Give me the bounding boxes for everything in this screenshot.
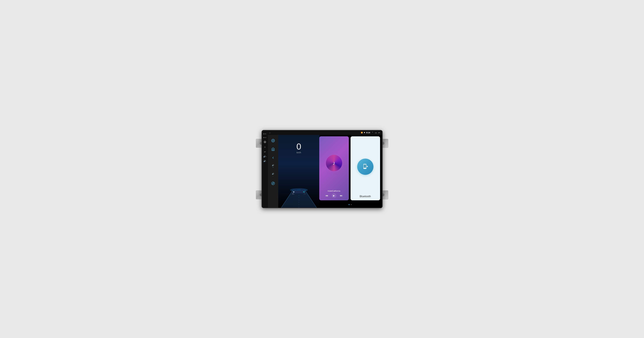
album-art: ♪ <box>319 136 349 190</box>
expand-icon[interactable]: ⌃ <box>372 132 374 134</box>
dot-1[interactable] <box>349 204 350 205</box>
home-icon <box>271 147 275 151</box>
svg-rect-14 <box>303 192 305 192</box>
speed-unit: km/h <box>278 151 320 154</box>
sidebar-home-icon[interactable] <box>270 146 276 152</box>
dot-2[interactable] <box>351 204 352 205</box>
sidebar-back-icon[interactable] <box>270 155 276 161</box>
screen: ⌂ 📶 ✱ 8:14 ⌃ ▭ ↩ <box>268 131 382 208</box>
speed-display: 0 km/h <box>278 142 320 154</box>
sidebar-volume-up-icon[interactable]: 🔊 + <box>270 164 276 169</box>
wifi-icon: 📶 <box>361 132 363 133</box>
sidebar-navigation-icon[interactable] <box>270 180 276 186</box>
sidebar-volume-down-icon[interactable]: 🔊 - <box>270 172 276 178</box>
music-disc: ♪ <box>326 155 342 171</box>
svg-point-10 <box>293 191 294 192</box>
music-card[interactable]: ♪ HotelCalifornia ⏮ ▶ ⏭ <box>319 136 349 200</box>
sidebar: 🔊 + 🔊 - <box>268 135 278 208</box>
music-controls: ⏮ ▶ ⏭ <box>325 193 343 198</box>
back-physical-button[interactable]: ↩ <box>264 151 266 153</box>
physical-buttons-strip: MIC RST ⏻ ⌂ ↩ 🔊+ 🔊- <box>262 131 268 208</box>
power-button[interactable]: ⏻ <box>264 141 266 143</box>
home-screen-icon[interactable]: ⌂ <box>270 132 270 134</box>
play-button[interactable]: ▶ <box>332 193 336 198</box>
bluetooth-card[interactable]: ★ B Bluetooth <box>350 136 380 200</box>
back-arrow-icon <box>271 156 275 160</box>
svg-rect-17 <box>364 168 365 168</box>
svg-point-0 <box>273 140 274 141</box>
bluetooth-label: Bluetooth <box>360 195 371 198</box>
rst-label: RST <box>263 137 266 138</box>
back-nav-icon[interactable]: ↩ <box>378 132 380 134</box>
svg-marker-2 <box>272 183 274 184</box>
sidebar-settings-icon[interactable] <box>270 138 276 144</box>
bluetooth-icon-area: ★ B <box>357 139 374 195</box>
music-title: HotelCalifornia <box>328 190 340 192</box>
volume-up-physical[interactable]: 🔊+ <box>263 156 266 158</box>
device-body: MIC RST ⏻ ⌂ ↩ 🔊+ 🔊- ⌂ <box>262 130 382 208</box>
svg-text:B: B <box>367 166 368 167</box>
car-background: 0 km/h <box>278 135 320 208</box>
status-icons: 📶 ✱ 8:14 <box>361 132 370 134</box>
main-content: 0 km/h <box>278 135 382 208</box>
svg-point-1 <box>272 182 274 185</box>
status-bar: ⌂ 📶 ✱ 8:14 ⌃ ▭ ↩ <box>268 131 382 135</box>
next-button[interactable]: ⏭ <box>339 194 343 197</box>
window-icon[interactable]: ▭ <box>375 132 377 134</box>
phone-bluetooth-svg: ★ B <box>362 163 369 170</box>
car-svg <box>292 186 306 194</box>
nav-icons: ⌃ ▭ ↩ <box>372 132 380 134</box>
prev-button[interactable]: ⏮ <box>325 194 329 197</box>
bluetooth-circle: ★ B <box>357 159 374 175</box>
speed-value: 0 <box>278 142 320 151</box>
gear-icon <box>271 139 275 142</box>
car-head-unit: MIC RST ⏻ ⌂ ↩ 🔊+ 🔊- ⌂ <box>258 130 386 208</box>
bluetooth-status-icon: ✱ <box>364 132 365 133</box>
page-indicators <box>318 204 382 205</box>
music-note-icon: ♪ <box>333 160 335 166</box>
svg-rect-9 <box>293 191 305 193</box>
svg-rect-16 <box>364 165 366 168</box>
status-time: 8:14 <box>366 132 370 134</box>
bluetooth-phone-icon: ★ B <box>362 163 369 170</box>
mic-label: MIC <box>263 133 266 135</box>
compass-icon <box>271 181 275 185</box>
home-physical-button[interactable]: ⌂ <box>264 146 266 148</box>
volume-down-physical[interactable]: 🔊- <box>264 160 266 162</box>
